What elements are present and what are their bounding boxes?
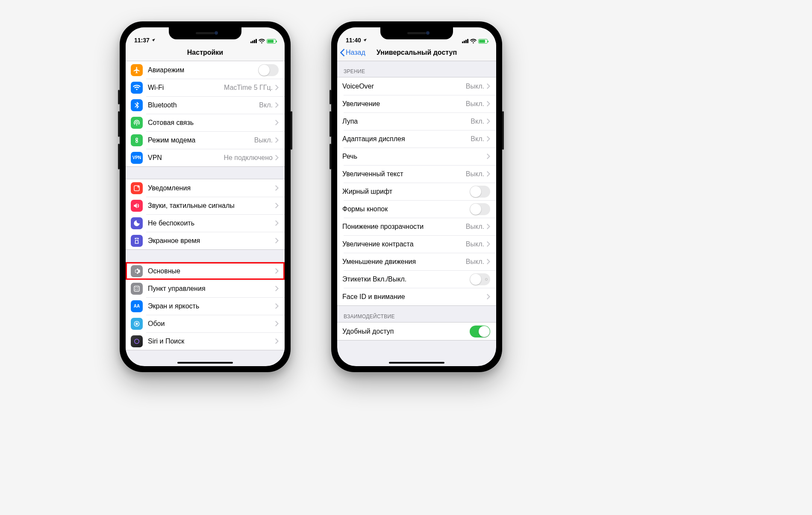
wifi-settings-icon xyxy=(131,82,143,94)
item-control-center[interactable]: Пункт управления xyxy=(126,280,285,297)
wallpaper-icon xyxy=(131,318,143,330)
item-value: Выкл. xyxy=(466,100,484,108)
toggle-onofflabels[interactable] xyxy=(470,273,490,285)
side-button-volume-up xyxy=(118,111,120,137)
chevron-right-icon xyxy=(487,171,490,177)
item-label: Wi-Fi xyxy=(148,84,164,92)
nav-title: Универсальный доступ xyxy=(377,49,457,56)
item-reducemotion[interactable]: Уменьшение движенияВыкл. xyxy=(337,253,496,270)
item-cellular[interactable]: Сотовая связь xyxy=(126,114,285,131)
item-label: Речь xyxy=(342,153,357,160)
item-label: Формы кнопок xyxy=(342,205,388,213)
item-label: Не беспокоить xyxy=(148,219,194,227)
item-label: Звуки, тактильные сигналы xyxy=(148,202,235,210)
gear-icon xyxy=(131,265,143,277)
location-icon xyxy=(151,38,156,42)
chevron-right-icon xyxy=(275,238,279,243)
item-bold[interactable]: Жирный шрифт xyxy=(337,183,496,200)
item-label: Увеличение контраста xyxy=(342,240,414,248)
home-indicator[interactable] xyxy=(389,362,444,364)
item-label: Увеличение xyxy=(342,100,380,108)
home-indicator[interactable] xyxy=(177,362,233,364)
side-button-silent xyxy=(330,90,331,104)
item-reachability[interactable]: Удобный доступ xyxy=(337,323,496,340)
toggle-buttonshapes[interactable] xyxy=(470,203,490,215)
notifications-icon xyxy=(131,182,143,194)
item-faceid[interactable]: Face ID и внимание xyxy=(337,288,496,305)
phone-right: 11:40 Назад Универсальный доступ ЗРЕНИЕ … xyxy=(331,21,502,372)
toggle-bold[interactable] xyxy=(470,186,490,198)
item-value: Вкл. xyxy=(471,135,484,143)
item-label: VoiceOver xyxy=(342,83,374,90)
item-screentime[interactable]: Экранное время xyxy=(126,232,285,249)
accessibility-list[interactable]: ЗРЕНИЕ VoiceOverВыкл.УвеличениеВыкл.Лупа… xyxy=(337,61,496,366)
item-buttonshapes[interactable]: Формы кнопок xyxy=(337,200,496,218)
item-vpn[interactable]: VPN VPN Не подключено xyxy=(126,149,285,166)
item-contrast[interactable]: Увеличение контрастаВыкл. xyxy=(337,235,496,253)
item-label: Уведомления xyxy=(148,184,191,192)
item-value: Выкл. xyxy=(466,170,484,178)
status-right xyxy=(250,38,276,44)
chevron-right-icon xyxy=(487,259,490,264)
item-value: Выкл. xyxy=(466,83,484,90)
item-voiceover[interactable]: VoiceOverВыкл. xyxy=(337,77,496,95)
toggle-airplane[interactable] xyxy=(258,64,279,76)
svg-point-4 xyxy=(137,289,138,290)
item-notifications[interactable]: Уведомления xyxy=(126,179,285,197)
svg-rect-2 xyxy=(134,286,139,291)
back-button[interactable]: Назад xyxy=(340,44,365,61)
item-airplane[interactable]: Авиарежим xyxy=(126,61,285,79)
svg-point-3 xyxy=(135,287,136,288)
svg-point-7 xyxy=(135,339,139,343)
item-label: Экранное время xyxy=(148,237,200,245)
vpn-icon-text: VPN xyxy=(132,155,141,160)
item-magnifier[interactable]: ЛупаВкл. xyxy=(337,112,496,130)
item-display[interactable]: AA Экран и яркость xyxy=(126,297,285,315)
notch xyxy=(169,27,241,39)
item-dnd[interactable]: Не беспокоить xyxy=(126,214,285,232)
nav-bar: Назад Универсальный доступ xyxy=(337,44,496,61)
item-value: Выкл. xyxy=(466,240,484,248)
item-reducetrans[interactable]: Понижение прозрачностиВыкл. xyxy=(337,218,496,235)
svg-point-1 xyxy=(138,186,140,188)
display-icon-text: AA xyxy=(134,304,140,308)
chevron-right-icon xyxy=(487,241,490,247)
phone-left: 11:37 Настройки Авиарежим xyxy=(120,21,291,372)
item-label: Режим модема xyxy=(148,136,195,144)
settings-group-alerts: Уведомления Звуки, тактильные сигналы Не… xyxy=(126,179,285,250)
chevron-right-icon xyxy=(275,303,279,309)
item-hotspot[interactable]: Режим модема Выкл. xyxy=(126,131,285,149)
item-label: Удобный доступ xyxy=(342,328,394,335)
settings-group-network: Авиарежим Wi-Fi MacTime 5 ГГц. Bluetooth… xyxy=(126,61,285,167)
item-wallpaper[interactable]: Обои xyxy=(126,315,285,332)
item-onofflabels[interactable]: Этикетки Вкл./Выкл. xyxy=(337,270,496,288)
group-vision: VoiceOverВыкл.УвеличениеВыкл.ЛупаВкл.Ада… xyxy=(337,77,496,306)
screen-right: 11:40 Назад Универсальный доступ ЗРЕНИЕ … xyxy=(337,27,496,366)
item-speech[interactable]: Речь xyxy=(337,148,496,165)
item-value: Выкл. xyxy=(254,136,273,144)
item-label: VPN xyxy=(148,154,162,162)
item-general[interactable]: Основные xyxy=(126,262,285,280)
settings-list[interactable]: Авиарежим Wi-Fi MacTime 5 ГГц. Bluetooth… xyxy=(126,61,285,366)
wifi-icon xyxy=(259,38,265,44)
side-button-volume-up xyxy=(330,111,331,137)
side-button-volume-down xyxy=(118,144,120,169)
side-button-volume-down xyxy=(330,144,331,169)
item-displayaccom[interactable]: Адаптация дисплеяВкл. xyxy=(337,130,496,148)
item-zoom[interactable]: УвеличениеВыкл. xyxy=(337,95,496,112)
item-bluetooth[interactable]: Bluetooth Вкл. xyxy=(126,96,285,114)
item-label: Жирный шрифт xyxy=(342,188,392,195)
item-sounds[interactable]: Звуки, тактильные сигналы xyxy=(126,197,285,214)
chevron-right-icon xyxy=(275,268,279,274)
item-value: Вкл. xyxy=(471,118,484,125)
item-siri[interactable]: Siri и Поиск xyxy=(126,332,285,350)
airplane-icon xyxy=(131,64,143,76)
item-wifi[interactable]: Wi-Fi MacTime 5 ГГц. xyxy=(126,79,285,96)
cellular-signal-icon xyxy=(250,39,257,43)
control-center-icon xyxy=(131,283,143,295)
item-value: Выкл. xyxy=(466,258,484,266)
location-icon xyxy=(363,38,367,42)
status-time: 11:40 xyxy=(346,37,367,44)
item-largetext[interactable]: Увеличенный текстВыкл. xyxy=(337,165,496,183)
toggle-reachability[interactable] xyxy=(470,326,490,337)
